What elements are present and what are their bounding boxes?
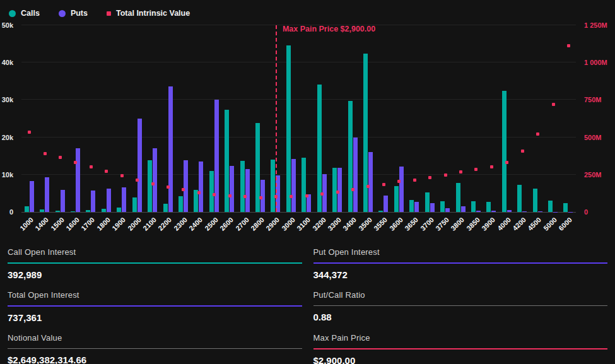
call-bar-3100 (302, 158, 306, 212)
put-bar-2300 (184, 160, 188, 212)
x-axis-label-2700: 2700 (234, 216, 250, 232)
call-bar-4500 (533, 189, 537, 212)
strike-group-2300 (175, 25, 190, 212)
call-bar-2100 (148, 160, 152, 212)
stat-label: Call Open Interest (8, 246, 302, 262)
x-axis-label-4000: 4000 (496, 216, 512, 232)
left-axis-tick: 0 (9, 208, 13, 216)
right-axis: 0250M500M750M1 000M1 250M (577, 25, 615, 212)
x-axis-label-1700: 1700 (80, 216, 97, 232)
x-axis-label-4500: 4500 (527, 216, 543, 232)
call-bar-3700 (425, 192, 430, 212)
call-bar-3400 (348, 101, 353, 212)
call-bar-3900 (486, 202, 491, 212)
x-axis-label-3900: 3900 (480, 216, 496, 232)
stat-label: Put Open Interest (313, 246, 608, 262)
strike-group-3200 (314, 25, 329, 212)
right-axis-tick: 1 000M (584, 59, 607, 66)
call-bar-3800 (456, 183, 460, 212)
call-bar-1000 (25, 206, 29, 212)
plot-area: 010k20k30k40k50k 0250M500M750M1 000M1 25… (21, 25, 576, 213)
max-pain-line: Max Pain Price $2,900.00 (276, 25, 277, 212)
intrinsic-value-dot-1400 (44, 152, 47, 155)
call-bar-5000 (548, 201, 553, 212)
x-axis-label-2500: 2500 (203, 216, 220, 232)
call-bar-3550 (378, 211, 383, 212)
x-axis-label-2200: 2200 (157, 216, 173, 232)
call-bar-3500 (363, 54, 368, 212)
x-axis-label-4200: 4200 (511, 216, 527, 232)
call-bar-6000 (563, 203, 568, 212)
intrinsic-value-dot-2200 (167, 185, 170, 189)
strike-group-1500 (52, 25, 67, 212)
intrinsic-value-dot-2400 (197, 191, 201, 194)
intrinsic-value-dot-2300 (182, 188, 185, 191)
strike-group-1400 (37, 25, 52, 212)
call-bar-3650 (409, 200, 414, 212)
put-bar-3550 (384, 196, 388, 212)
intrinsic-value-dot-4000 (505, 161, 508, 164)
put-bar-3900 (491, 211, 496, 212)
x-axis-label-2900: 2900 (265, 216, 281, 232)
x-axis-label-3650: 3650 (403, 216, 419, 232)
put-bar-1900 (122, 187, 126, 212)
intrinsic-value-dot-3300 (336, 191, 339, 194)
chart: 010k20k30k40k50k 0250M500M750M1 000M1 25… (21, 25, 576, 213)
right-axis-tick: 0 (584, 208, 588, 216)
x-axis-label-3400: 3400 (342, 216, 358, 232)
intrinsic-value-dot-1600 (74, 161, 77, 164)
strike-group-3100 (299, 25, 314, 212)
strike-group-4500 (530, 25, 545, 212)
x-axis-label-1000: 1000 (18, 216, 35, 232)
call-bar-3850 (471, 201, 476, 212)
strike-group-3300 (329, 25, 344, 212)
x-axis-label-1800: 1800 (95, 216, 112, 232)
intrinsic-value-dot-3700 (428, 176, 431, 179)
legend-label: Puts (71, 9, 88, 18)
call-bar-2900 (271, 160, 275, 212)
strike-group-3600 (391, 25, 406, 212)
put-bar-2000 (138, 119, 142, 212)
intrinsic-value-dot-1900 (120, 174, 124, 177)
strike-group-3700 (422, 25, 437, 212)
legend-label: Total Intrinsic Value (116, 9, 190, 18)
put-bar-1000 (30, 181, 34, 212)
strike-group-3400 (345, 25, 360, 212)
put-bar-3600 (399, 167, 404, 212)
strike-group-2700 (237, 25, 252, 212)
x-axis-label-3800: 3800 (450, 216, 466, 232)
legend-item-puts[interactable]: Puts (59, 9, 88, 18)
legend-item-total-intrinsic-value[interactable]: Total Intrinsic Value (107, 9, 190, 18)
intrinsic-value-dot-3100 (305, 194, 308, 197)
intrinsic-value-dot-1000 (28, 131, 31, 134)
intrinsic-value-dot-3550 (382, 183, 385, 186)
stats-grid: Call Open Interest392,989Put Open Intere… (0, 242, 615, 364)
stat-value: 344,372 (313, 264, 608, 280)
strike-group-2100 (144, 25, 160, 212)
x-axis-label-2400: 2400 (187, 216, 204, 232)
strike-group-3000 (283, 25, 298, 212)
intrinsic-value-dot-2000 (136, 179, 139, 182)
put-bar-1800 (107, 189, 111, 212)
intrinsic-value-dot-3650 (413, 179, 416, 182)
legend-item-calls[interactable]: Calls (9, 9, 40, 18)
put-bar-3700 (430, 203, 435, 212)
x-axis-label-2000: 2000 (126, 216, 143, 232)
x-axis-label-3300: 3300 (326, 216, 343, 232)
call-bar-2700 (240, 161, 245, 212)
intrinsic-value-dot-2100 (151, 182, 155, 185)
calls-marker-icon (9, 10, 16, 17)
put-bar-3300 (337, 168, 342, 212)
strike-group-1800 (98, 25, 114, 212)
strike-group-3750 (437, 25, 452, 212)
stat-card-put-call-ratio: Put/Call Ratio0.88 (313, 289, 608, 323)
call-bar-1600 (71, 211, 75, 212)
strike-group-2200 (160, 25, 175, 212)
puts-marker-icon (59, 10, 66, 17)
bar-groups (21, 25, 576, 212)
right-axis-tick: 750M (584, 96, 602, 103)
put-bar-1400 (45, 177, 49, 212)
call-bar-1700 (86, 210, 90, 212)
put-bar-1700 (91, 191, 95, 212)
x-axis-label-3850: 3850 (465, 216, 481, 232)
